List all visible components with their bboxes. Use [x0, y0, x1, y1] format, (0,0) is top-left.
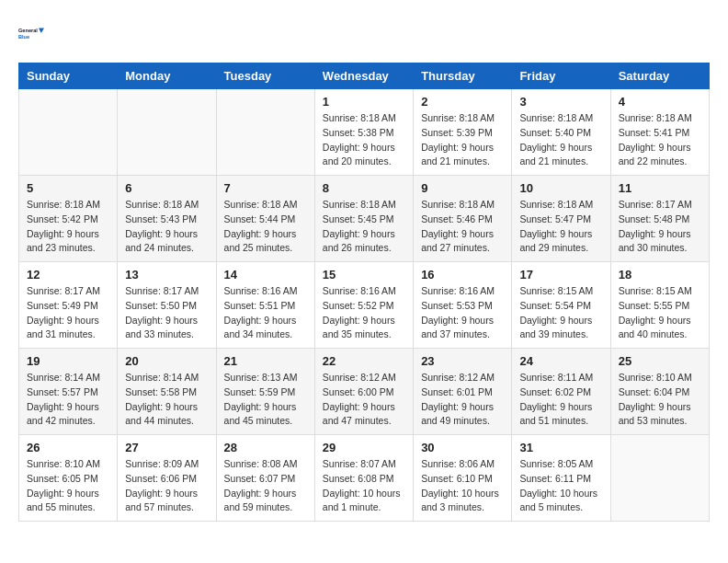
page-header: GeneralBlue: [18, 18, 710, 48]
day-number: 6: [125, 181, 208, 195]
weekday-header-saturday: Saturday: [610, 63, 709, 89]
day-info: Sunrise: 8:10 AM Sunset: 6:04 PM Dayligh…: [619, 371, 701, 429]
calendar-cell: 22Sunrise: 8:12 AM Sunset: 6:00 PM Dayli…: [314, 349, 413, 435]
svg-marker-2: [39, 28, 44, 33]
day-info: Sunrise: 8:14 AM Sunset: 5:57 PM Dayligh…: [27, 371, 109, 429]
calendar-cell: 24Sunrise: 8:11 AM Sunset: 6:02 PM Dayli…: [512, 349, 610, 435]
day-info: Sunrise: 8:14 AM Sunset: 5:58 PM Dayligh…: [125, 371, 208, 429]
calendar-week-row: 19Sunrise: 8:14 AM Sunset: 5:57 PM Dayli…: [19, 349, 710, 435]
day-number: 1: [323, 95, 405, 109]
day-number: 15: [323, 268, 405, 282]
weekday-header-monday: Monday: [118, 63, 216, 89]
day-number: 9: [421, 181, 504, 195]
calendar-cell: [216, 89, 314, 176]
day-info: Sunrise: 8:18 AM Sunset: 5:47 PM Dayligh…: [519, 198, 602, 256]
day-info: Sunrise: 8:18 AM Sunset: 5:43 PM Dayligh…: [125, 198, 208, 256]
day-info: Sunrise: 8:18 AM Sunset: 5:45 PM Dayligh…: [323, 198, 405, 256]
calendar-cell: 9Sunrise: 8:18 AM Sunset: 5:46 PM Daylig…: [414, 176, 512, 262]
day-info: Sunrise: 8:05 AM Sunset: 6:11 PM Dayligh…: [519, 457, 602, 515]
day-number: 4: [619, 95, 701, 109]
day-number: 31: [519, 441, 602, 454]
day-info: Sunrise: 8:12 AM Sunset: 6:00 PM Dayligh…: [323, 371, 405, 429]
calendar-week-row: 5Sunrise: 8:18 AM Sunset: 5:42 PM Daylig…: [19, 176, 710, 262]
day-number: 26: [27, 441, 109, 454]
day-number: 28: [224, 441, 307, 454]
day-info: Sunrise: 8:08 AM Sunset: 6:07 PM Dayligh…: [224, 457, 307, 515]
day-info: Sunrise: 8:09 AM Sunset: 6:06 PM Dayligh…: [125, 457, 208, 515]
calendar-cell: [610, 435, 709, 522]
calendar-cell: 6Sunrise: 8:18 AM Sunset: 5:43 PM Daylig…: [118, 176, 216, 262]
calendar-cell: 11Sunrise: 8:17 AM Sunset: 5:48 PM Dayli…: [610, 176, 709, 262]
calendar-cell: 28Sunrise: 8:08 AM Sunset: 6:07 PM Dayli…: [216, 435, 314, 522]
day-number: 14: [224, 268, 307, 282]
day-info: Sunrise: 8:15 AM Sunset: 5:55 PM Dayligh…: [619, 284, 701, 342]
day-info: Sunrise: 8:16 AM Sunset: 5:52 PM Dayligh…: [323, 284, 405, 342]
calendar-cell: 31Sunrise: 8:05 AM Sunset: 6:11 PM Dayli…: [512, 435, 610, 522]
day-number: 21: [224, 354, 307, 368]
day-number: 24: [519, 354, 602, 368]
day-info: Sunrise: 8:18 AM Sunset: 5:38 PM Dayligh…: [323, 111, 405, 169]
day-number: 22: [323, 354, 405, 368]
calendar-week-row: 12Sunrise: 8:17 AM Sunset: 5:49 PM Dayli…: [19, 262, 710, 349]
calendar-cell: 26Sunrise: 8:10 AM Sunset: 6:05 PM Dayli…: [19, 435, 118, 522]
calendar-cell: 14Sunrise: 8:16 AM Sunset: 5:51 PM Dayli…: [216, 262, 314, 349]
day-info: Sunrise: 8:10 AM Sunset: 6:05 PM Dayligh…: [27, 457, 109, 515]
day-info: Sunrise: 8:07 AM Sunset: 6:08 PM Dayligh…: [323, 457, 405, 515]
day-info: Sunrise: 8:16 AM Sunset: 5:51 PM Dayligh…: [224, 284, 307, 342]
day-info: Sunrise: 8:15 AM Sunset: 5:54 PM Dayligh…: [519, 284, 602, 342]
weekday-header-friday: Friday: [512, 63, 610, 89]
day-info: Sunrise: 8:18 AM Sunset: 5:42 PM Dayligh…: [27, 198, 109, 256]
calendar-cell: 1Sunrise: 8:18 AM Sunset: 5:38 PM Daylig…: [314, 89, 413, 176]
logo: GeneralBlue: [18, 18, 48, 48]
svg-text:Blue: Blue: [18, 34, 29, 40]
calendar-cell: 19Sunrise: 8:14 AM Sunset: 5:57 PM Dayli…: [19, 349, 118, 435]
calendar-cell: 23Sunrise: 8:12 AM Sunset: 6:01 PM Dayli…: [414, 349, 512, 435]
calendar-cell: 5Sunrise: 8:18 AM Sunset: 5:42 PM Daylig…: [19, 176, 118, 262]
calendar-cell: 4Sunrise: 8:18 AM Sunset: 5:41 PM Daylig…: [610, 89, 709, 176]
day-number: 3: [519, 95, 602, 109]
day-number: 23: [421, 354, 504, 368]
day-info: Sunrise: 8:17 AM Sunset: 5:49 PM Dayligh…: [27, 284, 109, 342]
day-number: 18: [619, 268, 701, 282]
day-number: 29: [323, 441, 405, 454]
day-number: 20: [125, 354, 208, 368]
day-info: Sunrise: 8:18 AM Sunset: 5:40 PM Dayligh…: [519, 111, 602, 169]
day-number: 5: [27, 181, 109, 195]
day-number: 30: [421, 441, 504, 454]
calendar-cell: 27Sunrise: 8:09 AM Sunset: 6:06 PM Dayli…: [118, 435, 216, 522]
calendar-cell: 18Sunrise: 8:15 AM Sunset: 5:55 PM Dayli…: [610, 262, 709, 349]
calendar-cell: 29Sunrise: 8:07 AM Sunset: 6:08 PM Dayli…: [314, 435, 413, 522]
calendar-cell: [118, 89, 216, 176]
day-number: 13: [125, 268, 208, 282]
day-info: Sunrise: 8:17 AM Sunset: 5:50 PM Dayligh…: [125, 284, 208, 342]
calendar-cell: 21Sunrise: 8:13 AM Sunset: 5:59 PM Dayli…: [216, 349, 314, 435]
calendar-cell: 2Sunrise: 8:18 AM Sunset: 5:39 PM Daylig…: [414, 89, 512, 176]
day-number: 8: [323, 181, 405, 195]
day-info: Sunrise: 8:17 AM Sunset: 5:48 PM Dayligh…: [619, 198, 701, 256]
calendar-cell: [19, 89, 118, 176]
calendar-cell: 20Sunrise: 8:14 AM Sunset: 5:58 PM Dayli…: [118, 349, 216, 435]
weekday-header-sunday: Sunday: [19, 63, 118, 89]
day-number: 19: [27, 354, 109, 368]
day-info: Sunrise: 8:18 AM Sunset: 5:39 PM Dayligh…: [421, 111, 504, 169]
day-info: Sunrise: 8:06 AM Sunset: 6:10 PM Dayligh…: [421, 457, 504, 515]
day-number: 11: [619, 181, 701, 195]
weekday-header-thursday: Thursday: [414, 63, 512, 89]
day-info: Sunrise: 8:16 AM Sunset: 5:53 PM Dayligh…: [421, 284, 504, 342]
calendar-cell: 10Sunrise: 8:18 AM Sunset: 5:47 PM Dayli…: [512, 176, 610, 262]
day-info: Sunrise: 8:11 AM Sunset: 6:02 PM Dayligh…: [519, 371, 602, 429]
day-info: Sunrise: 8:18 AM Sunset: 5:41 PM Dayligh…: [619, 111, 701, 169]
calendar-week-row: 1Sunrise: 8:18 AM Sunset: 5:38 PM Daylig…: [19, 89, 710, 176]
svg-text:General: General: [18, 28, 38, 33]
calendar-cell: 16Sunrise: 8:16 AM Sunset: 5:53 PM Dayli…: [414, 262, 512, 349]
day-info: Sunrise: 8:13 AM Sunset: 5:59 PM Dayligh…: [224, 371, 307, 429]
day-number: 7: [224, 181, 307, 195]
day-info: Sunrise: 8:12 AM Sunset: 6:01 PM Dayligh…: [421, 371, 504, 429]
calendar-cell: 25Sunrise: 8:10 AM Sunset: 6:04 PM Dayli…: [610, 349, 709, 435]
weekday-header-tuesday: Tuesday: [216, 63, 314, 89]
calendar-table: SundayMondayTuesdayWednesdayThursdayFrid…: [18, 63, 710, 522]
day-number: 27: [125, 441, 208, 454]
calendar-cell: 8Sunrise: 8:18 AM Sunset: 5:45 PM Daylig…: [314, 176, 413, 262]
calendar-cell: 17Sunrise: 8:15 AM Sunset: 5:54 PM Dayli…: [512, 262, 610, 349]
day-number: 12: [27, 268, 109, 282]
